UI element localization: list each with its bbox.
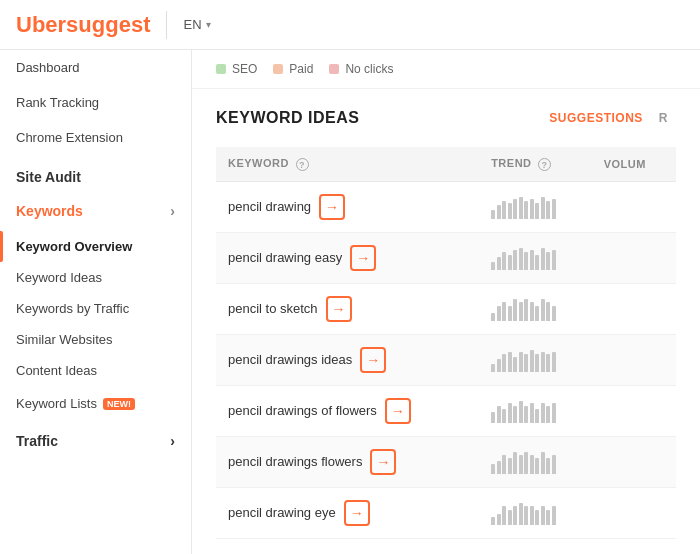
col-volume: VOLUM	[592, 147, 676, 181]
sidebar: Dashboard Rank Tracking Chrome Extension…	[0, 50, 192, 554]
keyword-cell: pencil drawing→	[216, 181, 479, 232]
sidebar-item-keyword-overview[interactable]: Keyword Overview	[0, 231, 191, 262]
new-badge: NEW!	[103, 398, 135, 410]
main-content: SEO Paid No clicks KEYWORD IDEAS SUGGEST…	[192, 50, 700, 554]
keyword-cell: pencil drawing easy→	[216, 232, 479, 283]
keyword-cell: pencil drawings flowers→	[216, 436, 479, 487]
sidebar-item-content-ideas[interactable]: Content Ideas	[0, 355, 191, 386]
lang-label: EN	[183, 17, 201, 32]
volume-cell	[592, 487, 676, 538]
volume-cell	[592, 385, 676, 436]
keyword-cell: pencil drawing eye→	[216, 487, 479, 538]
trend-cell	[479, 487, 592, 538]
volume-cell	[592, 232, 676, 283]
header: Ubersuggest EN ▾	[0, 0, 700, 50]
col-trend: TREND ?	[479, 147, 592, 181]
seo-dot	[216, 64, 226, 74]
header-divider	[166, 11, 167, 39]
sidebar-item-rank-tracking[interactable]: Rank Tracking	[0, 85, 191, 120]
keyword-arrow-btn[interactable]: →	[385, 398, 411, 424]
chevron-down-icon: ▾	[206, 19, 211, 30]
volume-cell	[592, 334, 676, 385]
tabs-row: SUGGESTIONS R	[541, 111, 676, 125]
keyword-arrow-btn[interactable]: →	[319, 194, 345, 220]
table-row: pencil drawings flowers→	[216, 436, 676, 487]
keyword-cell: pencil to sketch→	[216, 283, 479, 334]
table-row: pencil drawings of flowers→	[216, 385, 676, 436]
section-header: KEYWORD IDEAS SUGGESTIONS R	[216, 109, 676, 127]
keyword-arrow-btn[interactable]: →	[370, 449, 396, 475]
trend-cell	[479, 232, 592, 283]
no-clicks-dot	[329, 64, 339, 74]
sidebar-item-keyword-ideas[interactable]: Keyword Ideas	[0, 262, 191, 293]
col-keyword: KEYWORD ?	[216, 147, 479, 181]
keyword-help-icon[interactable]: ?	[296, 158, 309, 171]
keyword-arrow-btn[interactable]: →	[326, 296, 352, 322]
sidebar-section-keywords[interactable]: Keywords ›	[0, 191, 191, 231]
legend-no-clicks: No clicks	[329, 62, 393, 76]
section-title: KEYWORD IDEAS	[216, 109, 359, 127]
legend-bar: SEO Paid No clicks	[192, 50, 700, 89]
sidebar-item-similar-websites[interactable]: Similar Websites	[0, 324, 191, 355]
keywords-chevron-icon: ›	[170, 203, 175, 219]
keyword-cell: pencil drawings ideas→	[216, 334, 479, 385]
trend-cell	[479, 334, 592, 385]
lang-selector[interactable]: EN ▾	[183, 17, 210, 32]
tab-related[interactable]: R	[651, 111, 676, 125]
trend-cell	[479, 436, 592, 487]
keyword-cell: pencil drawings of flowers→	[216, 385, 479, 436]
main-layout: Dashboard Rank Tracking Chrome Extension…	[0, 50, 700, 554]
trend-help-icon[interactable]: ?	[538, 158, 551, 171]
legend-paid: Paid	[273, 62, 313, 76]
legend-seo: SEO	[216, 62, 257, 76]
sidebar-item-keywords-by-traffic[interactable]: Keywords by Traffic	[0, 293, 191, 324]
table-row: pencil drawing→	[216, 181, 676, 232]
volume-cell	[592, 181, 676, 232]
sidebar-item-dashboard[interactable]: Dashboard	[0, 50, 191, 85]
keyword-table: KEYWORD ? TREND ? VOLUM pencil drawing→p…	[216, 147, 676, 539]
table-row: pencil drawing easy→	[216, 232, 676, 283]
keyword-arrow-btn[interactable]: →	[360, 347, 386, 373]
sidebar-section-site-audit[interactable]: Site Audit	[0, 155, 191, 191]
trend-cell	[479, 385, 592, 436]
table-header-row: KEYWORD ? TREND ? VOLUM	[216, 147, 676, 181]
sidebar-section-traffic[interactable]: Traffic ›	[0, 421, 191, 461]
sidebar-item-keyword-lists[interactable]: Keyword Lists NEW!	[0, 386, 191, 421]
trend-cell	[479, 181, 592, 232]
logo: Ubersuggest	[16, 12, 150, 38]
volume-cell	[592, 283, 676, 334]
traffic-chevron-icon: ›	[170, 433, 175, 449]
paid-dot	[273, 64, 283, 74]
sidebar-item-chrome-extension[interactable]: Chrome Extension	[0, 120, 191, 155]
trend-cell	[479, 283, 592, 334]
table-row: pencil drawings ideas→	[216, 334, 676, 385]
content-area: KEYWORD IDEAS SUGGESTIONS R KEYWORD ? TR…	[192, 89, 700, 554]
keyword-arrow-btn[interactable]: →	[344, 500, 370, 526]
tab-suggestions[interactable]: SUGGESTIONS	[541, 111, 651, 125]
table-row: pencil to sketch→	[216, 283, 676, 334]
volume-cell	[592, 436, 676, 487]
table-row: pencil drawing eye→	[216, 487, 676, 538]
keyword-arrow-btn[interactable]: →	[350, 245, 376, 271]
